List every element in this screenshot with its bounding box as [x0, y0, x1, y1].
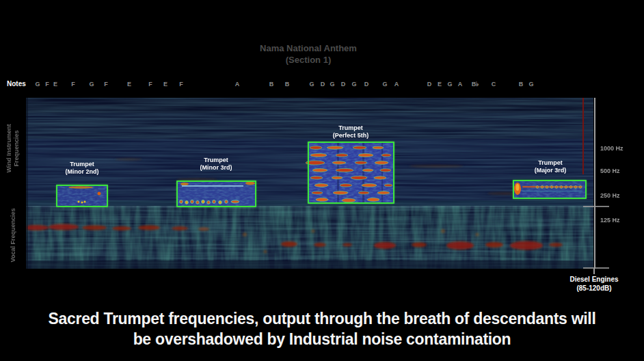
note-letter: E: [53, 81, 57, 88]
note-letter: F: [179, 81, 183, 88]
caption-line1: Sacred Trumpet frequencies, output throu…: [0, 308, 644, 329]
notes-axis-label: Notes: [7, 80, 26, 88]
note-letter: B: [285, 81, 290, 88]
frequency-axis-line: [594, 98, 595, 269]
chart-title: Nama National Anthem (Section 1): [260, 42, 357, 66]
slide-caption: Sacred Trumpet frequencies, output throu…: [0, 308, 644, 349]
note-letter: F: [104, 81, 108, 88]
chart-title-line1: Nama National Anthem: [260, 42, 357, 54]
trumpet-annotation-label: Trumpet(Perfect 5th): [333, 124, 369, 139]
note-letter: G: [447, 81, 452, 88]
note-letter: G: [351, 81, 356, 88]
frequency-tick-label: 125 Hz: [600, 217, 620, 224]
note-letter: B: [269, 81, 274, 88]
band-label-wind: Wind Instrument Frequencies: [5, 104, 21, 193]
note-letter: D: [364, 81, 369, 88]
noise-source-label: Diesel Engines (85-120dB): [569, 275, 618, 293]
band-label-vocal: Vocal Frequencies: [10, 209, 17, 263]
note-letter: E: [438, 81, 442, 88]
note-letter: G: [35, 81, 40, 88]
frequency-axis-tick: [583, 267, 609, 269]
caption-line2: be overshadowed by Industrial noise cont…: [0, 329, 644, 349]
note-letter: B♭: [472, 81, 479, 88]
note-letter: D: [321, 81, 325, 88]
note-letter: G: [330, 81, 334, 88]
slide-spectrogram-view: Nama National Anthem (Section 1) Notes G…: [0, 0, 644, 361]
trumpet-annotation-box: [176, 180, 256, 207]
frequency-axis-tick: [583, 206, 609, 207]
note-letter: D: [341, 81, 346, 88]
note-letter: G: [528, 81, 533, 88]
note-letter: B: [519, 81, 524, 88]
trumpet-annotation-box: [56, 185, 108, 207]
note-letter: G: [382, 81, 387, 88]
notes-axis: Notes GFEFGFEFEFABBGDGDGDGADEGAB♭CBG: [0, 80, 644, 90]
frequency-tick-label: 250 Hz: [600, 192, 620, 199]
note-letter: C: [492, 81, 496, 88]
trumpet-annotation-label: Trumpet(Major 3rd): [535, 159, 567, 174]
note-letter: A: [394, 81, 399, 88]
note-letter: A: [458, 81, 463, 88]
note-letter: G: [309, 81, 314, 88]
trumpet-annotation-box: [308, 142, 394, 204]
note-letter: E: [127, 81, 131, 88]
note-letter: E: [163, 81, 167, 88]
red-marker-line: [582, 98, 584, 174]
note-letter: F: [45, 81, 49, 88]
note-letter: F: [71, 81, 75, 88]
note-letter: D: [427, 81, 432, 88]
trumpet-annotation-label: Trumpet(Minor 3rd): [200, 157, 232, 171]
frequency-tick-label: 1000 Hz: [600, 145, 623, 152]
chart-title-line2: (Section 1): [260, 54, 357, 66]
note-letter: G: [89, 81, 94, 88]
note-letter: A: [235, 81, 240, 88]
frequency-tick-label: 500 Hz: [600, 168, 620, 174]
trumpet-annotation-label: Trumpet(Minor 2nd): [66, 161, 99, 175]
note-letter: F: [148, 81, 152, 88]
diesel-tick: [593, 269, 595, 274]
trumpet-annotation-box: [513, 180, 587, 199]
